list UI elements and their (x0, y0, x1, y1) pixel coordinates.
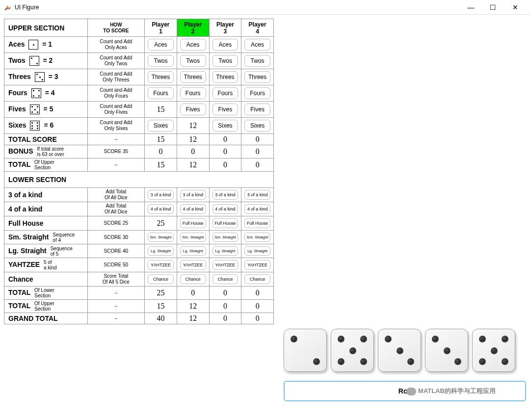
total-cell-p4: 0 (241, 313, 274, 324)
die-3[interactable] (378, 329, 421, 372)
row-aces: Aces = 1 (4, 37, 88, 53)
cell-sm.-straight-p4[interactable]: Sm. Straight (244, 233, 270, 242)
cell-3-of-a-kind-p3[interactable]: 3 of a kind (212, 190, 238, 200)
minimize-button[interactable]: — (460, 0, 482, 14)
cell-chance-p4[interactable]: Chance (244, 274, 270, 284)
how-arrow: → (87, 313, 145, 324)
cell-lg.-straight-p1[interactable]: Lg. Straight (148, 246, 174, 256)
cell-fours-p2[interactable]: Fours (180, 87, 206, 99)
cell-yahtzee-p1[interactable]: YAHTZEE (148, 260, 174, 270)
cell-aces-p1[interactable]: Aces (148, 39, 174, 51)
total-cell-p3: 0 (209, 287, 241, 300)
cell-fives-p4[interactable]: Fives (244, 104, 270, 115)
cell-lg.-straight-p3[interactable]: Lg. Straight (212, 246, 238, 256)
how-arrow: → (87, 287, 145, 300)
cell-full-house-p2[interactable]: Full House (180, 218, 206, 228)
cell-sixes-p4[interactable]: Sixes (244, 120, 270, 131)
row-sixes: Sixes = 6 (4, 118, 88, 134)
cell-aces-p3[interactable]: Aces (212, 39, 238, 51)
cell-threes-p2[interactable]: Threes (180, 71, 206, 83)
cell-twos-p4[interactable]: Twos (244, 55, 270, 67)
cell-full-house-p1: 25 (145, 216, 177, 231)
total-cell-p4: 0 (241, 300, 274, 313)
total-cell-p3: 0 (209, 300, 241, 313)
how-sixes: Count and AddOnly Sixes (87, 118, 145, 134)
cell-chance-p2[interactable]: Chance (180, 274, 206, 284)
total-cell-p4: 0 (241, 158, 274, 172)
total-cell-p2: 12 (177, 134, 209, 145)
cell-4-of-a-kind-p3[interactable]: 4 of a kind (212, 204, 238, 214)
close-button[interactable]: ✕ (504, 0, 526, 14)
row-4-of-a-kind: 4 of a kind (4, 202, 88, 216)
cell-yahtzee-p2[interactable]: YAHTZEE (180, 260, 206, 270)
how-arrow: → (87, 300, 145, 313)
die-2[interactable] (331, 329, 374, 372)
cell-4-of-a-kind-p2[interactable]: 4 of a kind (180, 204, 206, 214)
cell-4-of-a-kind-p4[interactable]: 4 of a kind (244, 204, 270, 214)
total-cell-p3: 0 (209, 145, 241, 158)
cell-sm.-straight-p1[interactable]: Sm. Straight (148, 233, 174, 242)
cell-aces-p4[interactable]: Aces (244, 39, 270, 51)
how-3-of-a-kind: Add TotalOf All Dice (87, 188, 145, 202)
player-3-header: Player3 (209, 19, 241, 37)
cell-full-house-p3[interactable]: Full House (212, 218, 238, 228)
die-4[interactable] (425, 329, 468, 372)
total-cell-p1: 25 (145, 287, 177, 300)
cell-4-of-a-kind-p1[interactable]: 4 of a kind (148, 204, 174, 214)
row-total: TOTAL Of UpperSection (4, 300, 88, 313)
how-full-house: SCORE 25 (87, 216, 145, 231)
cell-lg.-straight-p4[interactable]: Lg. Straight (244, 246, 270, 256)
cell-chance-p3[interactable]: Chance (212, 274, 238, 284)
cell-3-of-a-kind-p4[interactable]: 3 of a kind (244, 190, 270, 200)
cell-sm.-straight-p2[interactable]: Sm. Straight (180, 233, 206, 242)
how-to-score-header: HOWTO SCORE (87, 19, 145, 37)
scorecard: UPPER SECTION HOWTO SCOREPlayer1Player2P… (4, 19, 274, 416)
total-cell-p2: 12 (177, 300, 209, 313)
cell-chance-p1[interactable]: Chance (148, 274, 174, 284)
total-cell-p1: 0 (145, 145, 177, 158)
cell-lg.-straight-p2[interactable]: Lg. Straight (180, 246, 206, 256)
total-cell-p4: 0 (241, 287, 274, 300)
cell-3-of-a-kind-p2[interactable]: 3 of a kind (180, 190, 206, 200)
cell-fours-p4[interactable]: Fours (244, 87, 270, 99)
row-twos: Twos = 2 (4, 53, 88, 69)
how-fives: Count and AddOnly Fives (87, 102, 145, 118)
cell-full-house-p4[interactable]: Full House (244, 218, 270, 228)
player-2-header: Player2 (177, 19, 209, 37)
cell-yahtzee-p4[interactable]: YAHTZEE (244, 260, 270, 270)
row-threes: Threes = 3 (4, 69, 88, 85)
cell-twos-p1[interactable]: Twos (148, 55, 174, 67)
cell-sixes-p3[interactable]: Sixes (212, 120, 238, 131)
how-chance: Score TotalOf All 5 Dice (87, 272, 145, 287)
roll-button[interactable]: Roll MATLAB的科学与工程应用 (284, 381, 526, 401)
die-5[interactable] (472, 329, 515, 372)
lower-section-header: LOWER SECTION (4, 172, 274, 188)
cell-threes-p4[interactable]: Threes (244, 71, 270, 83)
window-title: UI Figure (15, 4, 460, 11)
cell-yahtzee-p3[interactable]: YAHTZEE (212, 260, 238, 270)
cell-fives-p3[interactable]: Fives (212, 104, 238, 115)
maximize-button[interactable]: ☐ (482, 0, 504, 14)
row-total: TOTAL Of UpperSection (4, 158, 88, 172)
row-3-of-a-kind: 3 of a kind (4, 188, 88, 202)
cell-threes-p3[interactable]: Threes (212, 71, 238, 83)
cell-twos-p2[interactable]: Twos (180, 55, 206, 67)
player-4-header: Player4 (241, 19, 274, 37)
cell-twos-p3[interactable]: Twos (212, 55, 238, 67)
upper-section-header: UPPER SECTION (4, 19, 88, 37)
die-1[interactable] (284, 329, 327, 372)
cell-threes-p1[interactable]: Threes (148, 71, 174, 83)
cell-fours-p1[interactable]: Fours (148, 87, 174, 99)
total-cell-p1: 15 (145, 158, 177, 172)
cell-fives-p2[interactable]: Fives (180, 104, 206, 115)
cell-3-of-a-kind-p1[interactable]: 3 of a kind (148, 190, 174, 200)
cell-sm.-straight-p3[interactable]: Sm. Straight (212, 233, 238, 242)
cell-sixes-p1[interactable]: Sixes (148, 120, 174, 131)
dice-row (284, 329, 526, 372)
cell-aces-p2[interactable]: Aces (180, 39, 206, 51)
total-cell-p2: 0 (177, 145, 209, 158)
row-sm.-straight: Sm. Straight Sequenceof 4 (4, 231, 88, 244)
total-cell-p4: 0 (241, 145, 274, 158)
cell-fours-p3[interactable]: Fours (212, 87, 238, 99)
total-cell-p1: 15 (145, 300, 177, 313)
